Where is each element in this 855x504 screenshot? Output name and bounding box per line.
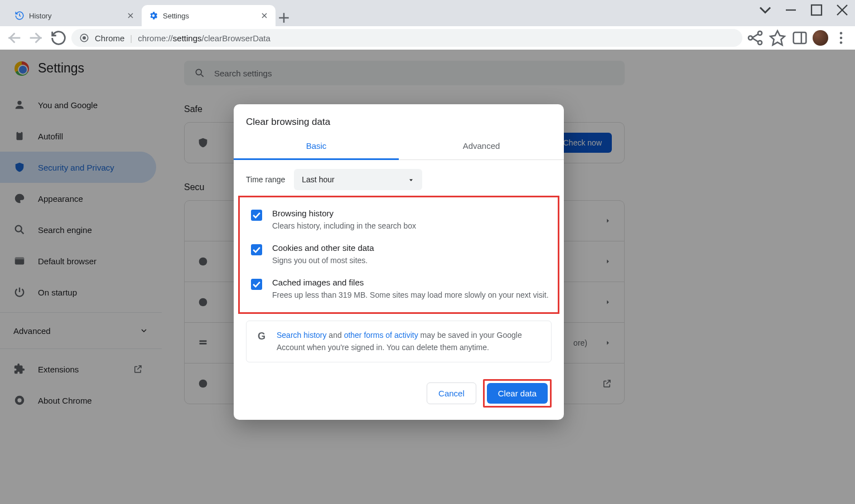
highlighted-options: Browsing history Clears history, includi… — [238, 196, 559, 314]
option-title: Browsing history — [272, 209, 416, 218]
url-text: chrome://settings/clearBrowserData — [138, 33, 270, 43]
maximize-button[interactable] — [804, 0, 829, 20]
highlighted-clear-button: Clear data — [483, 379, 552, 408]
tab-basic[interactable]: Basic — [234, 133, 399, 160]
svg-rect-18 — [794, 32, 806, 43]
dialog-tabs: Basic Advanced — [234, 133, 564, 160]
share-icon[interactable] — [746, 28, 765, 47]
google-account-info: G Search history and other forms of acti… — [246, 321, 552, 362]
tab-label: Settings — [163, 12, 189, 20]
profile-avatar[interactable] — [813, 30, 828, 46]
search-history-link[interactable]: Search history — [277, 331, 326, 340]
minimize-button[interactable] — [778, 0, 804, 20]
option-browsing-history[interactable]: Browsing history Clears history, includi… — [248, 203, 554, 238]
clear-browsing-data-dialog: Clear browsing data Basic Advanced Time … — [234, 104, 564, 420]
reload-button[interactable] — [49, 28, 68, 47]
other-activity-link[interactable]: other forms of activity — [344, 331, 418, 340]
clear-data-button[interactable]: Clear data — [487, 383, 548, 404]
url-scheme-label: Chrome — [95, 33, 124, 43]
option-desc: Clears history, including in the search … — [272, 220, 416, 232]
time-range-select[interactable]: Last hour — [294, 169, 422, 190]
cancel-button[interactable]: Cancel — [427, 382, 476, 404]
window-controls — [752, 0, 855, 20]
svg-point-15 — [758, 31, 762, 35]
svg-point-13 — [83, 36, 86, 40]
chevron-down-icon[interactable] — [752, 0, 778, 20]
close-window-button[interactable] — [829, 0, 855, 20]
option-title: Cookies and other site data — [272, 243, 374, 253]
forward-button[interactable] — [27, 28, 46, 47]
browser-toolbar: Chrome | chrome://settings/clearBrowserD… — [0, 26, 855, 50]
svg-marker-17 — [770, 31, 785, 45]
option-cached[interactable]: Cached images and files Frees up less th… — [248, 272, 554, 307]
close-icon[interactable] — [126, 11, 135, 20]
address-bar[interactable]: Chrome | chrome://settings/clearBrowserD… — [71, 29, 742, 47]
tab-history[interactable]: History — [8, 5, 142, 26]
google-icon: G — [255, 330, 268, 342]
tab-label: History — [29, 12, 51, 20]
time-range-label: Time range — [246, 175, 285, 184]
checkbox-checked-icon[interactable] — [251, 210, 262, 221]
svg-marker-43 — [409, 180, 413, 182]
close-icon[interactable] — [260, 11, 269, 20]
tab-advanced[interactable]: Advanced — [399, 133, 564, 159]
tab-settings[interactable]: Settings — [142, 5, 276, 26]
svg-point-16 — [758, 41, 762, 45]
dialog-title: Clear browsing data — [234, 104, 564, 133]
checkbox-checked-icon[interactable] — [251, 244, 262, 255]
option-desc: Signs you out of most sites. — [272, 255, 374, 266]
chrome-page-icon — [79, 33, 89, 43]
svg-point-20 — [840, 32, 843, 35]
svg-point-21 — [840, 37, 843, 40]
option-cookies[interactable]: Cookies and other site data Signs you ou… — [248, 238, 554, 272]
bookmark-icon[interactable] — [768, 28, 787, 47]
browser-titlebar: History Settings — [0, 0, 855, 26]
svg-rect-7 — [811, 5, 822, 15]
option-title: Cached images and files — [272, 278, 549, 287]
history-icon — [15, 11, 25, 21]
kebab-menu-icon[interactable] — [832, 28, 851, 47]
svg-point-14 — [748, 36, 752, 40]
new-tab-button[interactable] — [276, 9, 292, 26]
back-button[interactable] — [4, 28, 23, 47]
svg-point-22 — [840, 41, 843, 44]
option-desc: Frees up less than 319 MB. Some sites ma… — [272, 289, 549, 301]
gear-icon — [148, 11, 158, 21]
checkbox-checked-icon[interactable] — [251, 279, 262, 290]
caret-down-icon — [408, 176, 414, 183]
side-panel-icon[interactable] — [790, 28, 809, 47]
